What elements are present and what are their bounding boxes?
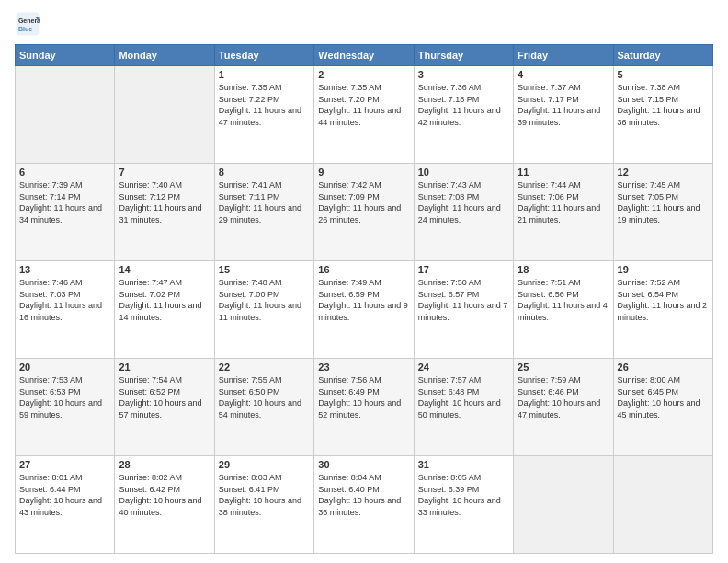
table-row: 1Sunrise: 7:35 AM Sunset: 7:22 PM Daylig… — [214, 66, 313, 164]
table-row: 11Sunrise: 7:44 AM Sunset: 7:06 PM Dayli… — [514, 164, 613, 261]
day-info: Sunrise: 7:49 AM Sunset: 6:59 PM Dayligh… — [318, 277, 409, 323]
calendar-week-row: 13Sunrise: 7:46 AM Sunset: 7:03 PM Dayli… — [16, 261, 713, 359]
table-row: 7Sunrise: 7:40 AM Sunset: 7:12 PM Daylig… — [115, 164, 214, 261]
day-number: 20 — [19, 362, 110, 373]
table-row: 14Sunrise: 7:47 AM Sunset: 7:02 PM Dayli… — [115, 261, 214, 359]
table-row: 19Sunrise: 7:52 AM Sunset: 6:54 PM Dayli… — [613, 261, 712, 359]
calendar-week-row: 1Sunrise: 7:35 AM Sunset: 7:22 PM Daylig… — [16, 66, 713, 164]
header-wednesday: Wednesday — [314, 45, 414, 66]
header-friday: Friday — [514, 45, 613, 66]
table-row: 2Sunrise: 7:35 AM Sunset: 7:20 PM Daylig… — [314, 66, 414, 164]
day-number: 23 — [318, 362, 409, 373]
day-number: 4 — [518, 69, 609, 80]
page: General Blue Sunday Monday Tuesday Wedne… — [0, 0, 728, 563]
day-number: 18 — [518, 264, 609, 275]
day-info: Sunrise: 7:37 AM Sunset: 7:17 PM Dayligh… — [518, 82, 609, 128]
logo-icon: General Blue — [15, 11, 40, 37]
table-row: 24Sunrise: 7:57 AM Sunset: 6:48 PM Dayli… — [414, 359, 513, 456]
header: General Blue — [15, 11, 713, 37]
day-info: Sunrise: 7:47 AM Sunset: 7:02 PM Dayligh… — [119, 277, 210, 323]
table-row: 4Sunrise: 7:37 AM Sunset: 7:17 PM Daylig… — [514, 66, 613, 164]
table-row: 6Sunrise: 7:39 AM Sunset: 7:14 PM Daylig… — [16, 164, 115, 261]
day-info: Sunrise: 7:40 AM Sunset: 7:12 PM Dayligh… — [119, 179, 210, 225]
table-row: 21Sunrise: 7:54 AM Sunset: 6:52 PM Dayli… — [115, 359, 214, 456]
day-number: 24 — [418, 362, 509, 373]
day-number: 19 — [618, 264, 709, 275]
day-info: Sunrise: 7:50 AM Sunset: 6:57 PM Dayligh… — [418, 277, 509, 323]
table-row: 18Sunrise: 7:51 AM Sunset: 6:56 PM Dayli… — [514, 261, 613, 359]
day-info: Sunrise: 7:42 AM Sunset: 7:09 PM Dayligh… — [318, 179, 409, 225]
day-info: Sunrise: 8:04 AM Sunset: 6:40 PM Dayligh… — [318, 472, 409, 518]
calendar-header-row: Sunday Monday Tuesday Wednesday Thursday… — [16, 45, 713, 66]
day-number: 1 — [219, 69, 310, 80]
table-row: 20Sunrise: 7:53 AM Sunset: 6:53 PM Dayli… — [16, 359, 115, 456]
day-info: Sunrise: 7:36 AM Sunset: 7:18 PM Dayligh… — [418, 82, 509, 128]
day-number: 28 — [119, 459, 210, 470]
table-row: 3Sunrise: 7:36 AM Sunset: 7:18 PM Daylig… — [414, 66, 513, 164]
day-info: Sunrise: 7:48 AM Sunset: 7:00 PM Dayligh… — [219, 277, 310, 323]
logo-area: General Blue — [15, 11, 44, 37]
table-row: 15Sunrise: 7:48 AM Sunset: 7:00 PM Dayli… — [214, 261, 313, 359]
table-row: 9Sunrise: 7:42 AM Sunset: 7:09 PM Daylig… — [314, 164, 414, 261]
table-row: 17Sunrise: 7:50 AM Sunset: 6:57 PM Dayli… — [414, 261, 513, 359]
header-sunday: Sunday — [16, 45, 115, 66]
table-row — [613, 456, 712, 554]
table-row — [514, 456, 613, 554]
day-number: 3 — [418, 69, 509, 80]
day-number: 27 — [19, 459, 110, 470]
table-row: 23Sunrise: 7:56 AM Sunset: 6:49 PM Dayli… — [314, 359, 414, 456]
calendar-week-row: 20Sunrise: 7:53 AM Sunset: 6:53 PM Dayli… — [16, 359, 713, 456]
day-number: 8 — [219, 167, 310, 178]
table-row: 10Sunrise: 7:43 AM Sunset: 7:08 PM Dayli… — [414, 164, 513, 261]
day-info: Sunrise: 7:44 AM Sunset: 7:06 PM Dayligh… — [518, 179, 609, 225]
day-number: 10 — [418, 167, 509, 178]
day-info: Sunrise: 7:38 AM Sunset: 7:15 PM Dayligh… — [618, 82, 709, 128]
day-number: 5 — [618, 69, 709, 80]
day-info: Sunrise: 7:53 AM Sunset: 6:53 PM Dayligh… — [19, 374, 110, 420]
day-info: Sunrise: 7:46 AM Sunset: 7:03 PM Dayligh… — [19, 277, 110, 323]
day-info: Sunrise: 7:59 AM Sunset: 6:46 PM Dayligh… — [518, 374, 609, 420]
day-number: 31 — [418, 459, 509, 470]
day-number: 11 — [518, 167, 609, 178]
table-row: 22Sunrise: 7:55 AM Sunset: 6:50 PM Dayli… — [214, 359, 313, 456]
table-row: 28Sunrise: 8:02 AM Sunset: 6:42 PM Dayli… — [115, 456, 214, 554]
day-info: Sunrise: 7:35 AM Sunset: 7:22 PM Dayligh… — [219, 82, 310, 128]
day-number: 22 — [219, 362, 310, 373]
day-info: Sunrise: 7:56 AM Sunset: 6:49 PM Dayligh… — [318, 374, 409, 420]
table-row: 16Sunrise: 7:49 AM Sunset: 6:59 PM Dayli… — [314, 261, 414, 359]
table-row: 30Sunrise: 8:04 AM Sunset: 6:40 PM Dayli… — [314, 456, 414, 554]
header-saturday: Saturday — [613, 45, 712, 66]
day-number: 15 — [219, 264, 310, 275]
table-row — [115, 66, 214, 164]
day-info: Sunrise: 8:05 AM Sunset: 6:39 PM Dayligh… — [418, 472, 509, 518]
day-number: 16 — [318, 264, 409, 275]
header-tuesday: Tuesday — [214, 45, 313, 66]
day-number: 14 — [119, 264, 210, 275]
day-info: Sunrise: 7:35 AM Sunset: 7:20 PM Dayligh… — [318, 82, 409, 128]
day-info: Sunrise: 7:54 AM Sunset: 6:52 PM Dayligh… — [119, 374, 210, 420]
day-number: 25 — [518, 362, 609, 373]
day-info: Sunrise: 8:00 AM Sunset: 6:45 PM Dayligh… — [618, 374, 709, 420]
table-row — [16, 66, 115, 164]
day-number: 2 — [318, 69, 409, 80]
header-thursday: Thursday — [414, 45, 513, 66]
day-info: Sunrise: 8:01 AM Sunset: 6:44 PM Dayligh… — [19, 472, 110, 518]
table-row: 29Sunrise: 8:03 AM Sunset: 6:41 PM Dayli… — [214, 456, 313, 554]
day-info: Sunrise: 8:03 AM Sunset: 6:41 PM Dayligh… — [219, 472, 310, 518]
day-number: 17 — [418, 264, 509, 275]
day-info: Sunrise: 7:55 AM Sunset: 6:50 PM Dayligh… — [219, 374, 310, 420]
day-info: Sunrise: 7:45 AM Sunset: 7:05 PM Dayligh… — [618, 179, 709, 225]
table-row: 13Sunrise: 7:46 AM Sunset: 7:03 PM Dayli… — [16, 261, 115, 359]
day-info: Sunrise: 7:57 AM Sunset: 6:48 PM Dayligh… — [418, 374, 509, 420]
day-info: Sunrise: 7:52 AM Sunset: 6:54 PM Dayligh… — [618, 277, 709, 323]
header-monday: Monday — [115, 45, 214, 66]
day-number: 13 — [19, 264, 110, 275]
table-row: 8Sunrise: 7:41 AM Sunset: 7:11 PM Daylig… — [214, 164, 313, 261]
day-number: 6 — [19, 167, 110, 178]
table-row: 26Sunrise: 8:00 AM Sunset: 6:45 PM Dayli… — [613, 359, 712, 456]
calendar-week-row: 27Sunrise: 8:01 AM Sunset: 6:44 PM Dayli… — [16, 456, 713, 554]
day-number: 30 — [318, 459, 409, 470]
day-number: 7 — [119, 167, 210, 178]
day-info: Sunrise: 8:02 AM Sunset: 6:42 PM Dayligh… — [119, 472, 210, 518]
calendar-week-row: 6Sunrise: 7:39 AM Sunset: 7:14 PM Daylig… — [16, 164, 713, 261]
